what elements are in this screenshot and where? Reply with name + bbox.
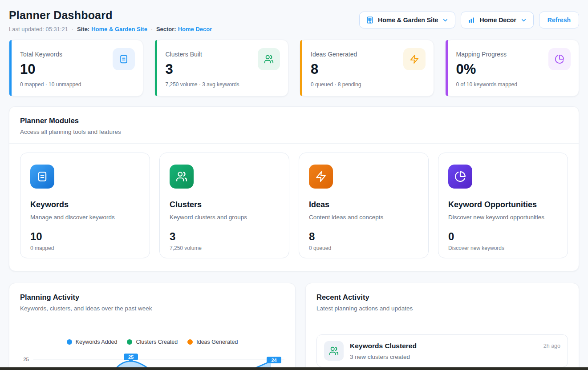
recent-item-texts: Keywords Clustered 3 new clusters create… — [350, 341, 537, 360]
stat-detail: 7,250 volume · 3 avg keywords — [166, 81, 280, 88]
stat-card-clusters-built: Clusters Built 3 7,250 volume · 3 avg ke… — [154, 40, 289, 97]
stat-detail: 0 of 10 keywords mapped — [456, 81, 571, 88]
zap-icon — [309, 165, 333, 189]
legend-item-keywords-added[interactable]: Keywords Added — [67, 339, 118, 345]
last-updated-value: 05:31:21 — [45, 26, 68, 32]
stat-detail: 0 mapped · 10 unmapped — [20, 81, 135, 88]
legend-label: Keywords Added — [76, 339, 118, 345]
bottom-row: Planning Activity Keywords, clusters, an… — [9, 283, 579, 370]
y-axis-tick-25: 25 — [23, 357, 29, 362]
section-title: Recent Activity — [316, 293, 568, 302]
module-card-ideas[interactable]: Ideas Content ideas and concepts 8 0 que… — [299, 153, 429, 258]
recent-activity-panel: Recent Activity Latest planning actions … — [305, 283, 579, 370]
users-icon — [324, 341, 344, 361]
module-card-clusters[interactable]: Clusters Keyword clusters and groups 3 7… — [159, 153, 289, 258]
planning-activity-header: Planning Activity Keywords, clusters, an… — [9, 283, 295, 320]
legend-item-ideas-generated[interactable]: Ideas Generated — [187, 339, 238, 345]
module-description: Manage and discover keywords — [30, 214, 140, 221]
module-stat: 3 — [170, 230, 279, 243]
stats-row: Total Keywords 10 0 mapped · 10 unmapped… — [9, 40, 579, 97]
module-stat: 10 — [30, 230, 140, 243]
sector-selector-dropdown[interactable]: Home Decor — [461, 12, 533, 28]
section-subtitle: Access all planning tools and features — [20, 129, 568, 135]
module-title: Keywords — [30, 200, 140, 209]
module-title: Clusters — [170, 200, 279, 209]
bar-chart-icon — [467, 16, 475, 24]
planning-activity-chart: 25 25 24 — [19, 349, 288, 368]
bottom-edge-strip — [0, 367, 588, 370]
sector-label: Sector: — [156, 26, 176, 32]
module-title: Keyword Opportunities — [448, 200, 558, 209]
recent-activity-header: Recent Activity Latest planning actions … — [306, 283, 579, 320]
module-card-keywords[interactable]: Keywords Manage and discover keywords 10… — [20, 153, 150, 258]
topbar-left: Planner Dashboard Last updated: 05:31:21… — [9, 9, 212, 32]
module-description: Discover new keyword opportunities — [448, 214, 558, 221]
recent-activity-item: Keywords Clustered 3 new clusters create… — [316, 334, 568, 367]
section-subtitle: Latest planning actions and updates — [316, 305, 568, 312]
section-title: Planner Modules — [20, 117, 568, 125]
sector-link[interactable]: Home Decor — [178, 26, 212, 32]
building-icon — [366, 16, 374, 24]
zap-icon — [403, 48, 426, 70]
module-stat-label: 0 mapped — [30, 245, 140, 251]
last-updated-label: Last updated: — [9, 26, 44, 32]
stat-card-ideas-generated: Ideas Generated 8 0 queued · 8 pending — [300, 40, 434, 97]
module-stat: 8 — [309, 230, 418, 243]
data-label-24: 24 — [267, 357, 281, 363]
stat-detail: 0 queued · 8 pending — [311, 81, 426, 88]
pie-chart-icon — [448, 165, 472, 189]
svg-text:24: 24 — [271, 358, 277, 363]
section-title: Planning Activity — [20, 293, 284, 302]
users-icon — [170, 165, 194, 189]
meta-separator: · — [147, 26, 156, 32]
site-label: Site: — [77, 26, 89, 32]
legend-dot-blue — [67, 339, 72, 345]
modules-grid: Keywords Manage and discover keywords 10… — [9, 144, 579, 271]
legend-item-clusters-created[interactable]: Clusters Created — [127, 339, 178, 345]
planning-activity-panel: Planning Activity Keywords, clusters, an… — [9, 283, 296, 370]
recent-item-description: 3 new clusters created — [350, 354, 537, 360]
meta-line: Last updated: 05:31:21 · Site: Home & Ga… — [9, 26, 212, 32]
document-icon — [113, 48, 135, 70]
planning-activity-body: Keywords Added Clusters Created Ideas Ge… — [9, 320, 295, 368]
meta-separator: · — [68, 26, 77, 32]
module-stat: 0 — [448, 230, 558, 243]
refresh-button[interactable]: Refresh — [539, 12, 579, 28]
svg-text:25: 25 — [128, 354, 134, 360]
stat-card-mapping-progress: Mapping Progress 0% 0 of 10 keywords map… — [445, 40, 580, 97]
site-selector-dropdown[interactable]: Home & Garden Site — [359, 12, 455, 28]
legend-label: Clusters Created — [136, 339, 178, 345]
recent-item-time: 2h ago — [543, 341, 560, 349]
module-stat-label: 0 queued — [309, 245, 418, 251]
planner-modules-header: Planner Modules Access all planning tool… — [9, 107, 579, 144]
users-icon — [258, 48, 280, 70]
page-title: Planner Dashboard — [9, 9, 212, 22]
planner-dashboard-page: Planner Dashboard Last updated: 05:31:21… — [0, 0, 588, 370]
document-icon — [30, 165, 54, 189]
site-selector-label: Home & Garden Site — [378, 16, 438, 24]
module-title: Ideas — [309, 200, 418, 209]
module-card-keyword-opportunities[interactable]: Keyword Opportunities Discover new keywo… — [438, 153, 568, 258]
recent-item-title: Keywords Clustered — [350, 341, 537, 350]
chart-legend: Keywords Added Clusters Created Ideas Ge… — [16, 339, 288, 345]
legend-label: Ideas Generated — [196, 339, 238, 345]
module-stat-label: Discover new keywords — [448, 245, 558, 251]
legend-dot-orange — [187, 339, 193, 345]
chevron-down-icon — [442, 17, 449, 24]
header-controls: Home & Garden Site Home Decor Refresh — [359, 12, 579, 28]
section-subtitle: Keywords, clusters, and ideas over the p… — [20, 305, 284, 312]
legend-dot-green — [127, 339, 132, 345]
module-stat-label: 7,250 volume — [170, 245, 279, 251]
topbar: Planner Dashboard Last updated: 05:31:21… — [0, 0, 588, 32]
module-description: Content ideas and concepts — [309, 214, 418, 221]
sector-selector-label: Home Decor — [479, 16, 516, 24]
module-description: Keyword clusters and groups — [170, 214, 279, 221]
planner-modules-panel: Planner Modules Access all planning tool… — [9, 106, 579, 271]
chevron-down-icon — [520, 17, 527, 24]
stat-card-total-keywords: Total Keywords 10 0 mapped · 10 unmapped — [9, 40, 143, 97]
data-label-25: 25 — [124, 354, 138, 362]
pie-chart-icon — [548, 48, 571, 70]
recent-activity-body: Keywords Clustered 3 new clusters create… — [306, 320, 579, 367]
site-link[interactable]: Home & Garden Site — [91, 26, 147, 32]
